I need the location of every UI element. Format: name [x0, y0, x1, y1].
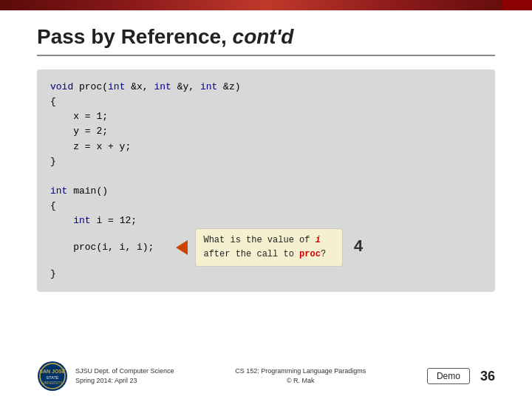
- footer-center: CS 152: Programming Language Paradigms ©…: [235, 366, 366, 386]
- code-line-7: [50, 169, 482, 184]
- title-rule: [37, 55, 495, 56]
- svg-text:UNIVERSITY: UNIVERSITY: [42, 381, 62, 385]
- callout-text-end: ?: [321, 249, 326, 259]
- footer-dept-line2: Spring 2014: April 23: [75, 376, 174, 386]
- demo-button[interactable]: Demo: [427, 368, 470, 384]
- top-bar-accent: [502, 0, 532, 10]
- code-line-9: {: [50, 199, 482, 214]
- svg-text:SAN JOSÉ: SAN JOSÉ: [39, 368, 66, 374]
- code-line-11: proc(i, i, i);: [50, 240, 154, 255]
- code-line-12: }: [50, 267, 482, 282]
- footer: SAN JOSÉ STATE UNIVERSITY SJSU Dept. of …: [0, 361, 532, 392]
- code-line-2: {: [50, 95, 482, 109]
- callout-highlight-proc: proc: [299, 249, 321, 259]
- slide-title: Pass by Reference, cont'd: [37, 25, 495, 49]
- footer-dept-line1: SJSU Dept. of Computer Science: [75, 366, 174, 377]
- footer-right: Demo 36: [427, 368, 495, 384]
- callout-box: What is the value of i after the call to…: [195, 228, 343, 266]
- top-bar: [0, 0, 532, 10]
- main-content: Pass by Reference, cont'd void proc(int …: [0, 10, 532, 299]
- code-line-3: x = 1;: [50, 109, 482, 124]
- sjsu-logo: SAN JOSÉ STATE UNIVERSITY: [37, 361, 68, 392]
- callout-number: 4: [353, 235, 363, 260]
- slide-title-plain: Pass by Reference,: [37, 25, 233, 48]
- callout-highlight-i: i: [316, 235, 321, 245]
- proc-call-row: proc(i, i, i); What is the value of i af…: [50, 228, 482, 266]
- footer-course-line1: CS 152: Programming Language Paradigms: [235, 366, 366, 377]
- code-line-8: int main(): [50, 184, 482, 199]
- code-line-1: void proc(int &x, int &y, int &z): [50, 80, 482, 95]
- svg-text:STATE: STATE: [47, 375, 59, 380]
- footer-left: SAN JOSÉ STATE UNIVERSITY SJSU Dept. of …: [37, 361, 174, 392]
- code-line-5: z = x + y;: [50, 140, 482, 154]
- code-keyword-void: void: [50, 81, 73, 92]
- page-number: 36: [480, 369, 495, 384]
- callout-arrow: [176, 240, 188, 255]
- footer-course-line2: © R. Mak: [235, 376, 366, 386]
- code-line-10: int i = 12;: [50, 214, 482, 228]
- code-line-6: }: [50, 154, 482, 169]
- slide-title-italic: cont'd: [233, 25, 294, 48]
- footer-dept-text: SJSU Dept. of Computer Science Spring 20…: [75, 366, 174, 386]
- callout-section: What is the value of i after the call to…: [176, 228, 363, 266]
- callout-text-after: after the call to: [203, 249, 299, 259]
- callout-text-before: What is the value of: [203, 235, 315, 245]
- code-line-4: y = 2;: [50, 124, 482, 139]
- code-block: void proc(int &x, int &y, int &z) { x = …: [37, 69, 495, 292]
